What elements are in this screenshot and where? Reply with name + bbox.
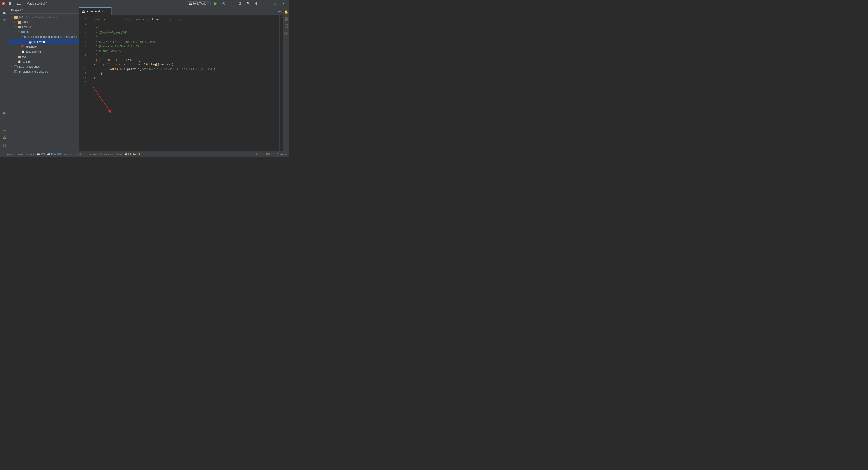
- code-line-3: /**: [94, 26, 279, 31]
- tree-gitignore[interactable]: 🚫 .gitignore: [9, 44, 79, 49]
- maximize-button[interactable]: □: [271, 0, 279, 7]
- line-ending-label: CRLF: [256, 153, 262, 155]
- code-line-6: * @author tony 18601767221@163.com: [94, 40, 279, 44]
- code-area-wrapper: 1 2 3 4 5 6 7 8 9 10 11 12 13 14 15: [79, 16, 283, 151]
- tool2-button[interactable]: ↓: [1, 125, 8, 133]
- tab-close-button[interactable]: ✕: [107, 10, 109, 13]
- run-config-badge[interactable]: ☕ HelloWorld ▾: [187, 1, 211, 6]
- bookmark-button[interactable]: [1, 142, 8, 149]
- editor-tabs: ☕ HelloWorld.java ✕ ⋯: [79, 7, 283, 16]
- run-panel-button[interactable]: ▶: [1, 109, 8, 116]
- run-gutter-11[interactable]: ▶: [94, 62, 95, 67]
- tree-out[interactable]: ▸ out: [9, 54, 79, 59]
- svg-text:J: J: [2, 2, 4, 5]
- svg-rect-9: [4, 20, 5, 22]
- hamburger-menu[interactable]: ☰: [7, 1, 13, 6]
- structure-button[interactable]: [283, 31, 289, 36]
- layers-button[interactable]: [1, 17, 8, 24]
- statusbar-indent[interactable]: 4 spaces: [276, 153, 287, 155]
- code-line-9: */: [94, 53, 279, 58]
- project-panel-button[interactable]: [1, 9, 8, 16]
- line-num-12: 12: [79, 67, 88, 71]
- tree-package[interactable]: ▾ net.ittimeline.java.core.foundational.…: [9, 34, 79, 39]
- notifications-button[interactable]: 🔔: [283, 9, 289, 14]
- left-icon-bar-bottom: ▶ ↓ !: [1, 109, 8, 149]
- code-line-13: }: [94, 71, 279, 76]
- svg-rect-11: [3, 120, 6, 120]
- line-num-13: 13: [79, 71, 88, 76]
- tool1-button[interactable]: [1, 117, 8, 125]
- debug-button[interactable]: [221, 0, 227, 7]
- svg-rect-5: [3, 11, 6, 12]
- line-num-5: 5: [79, 35, 88, 40]
- code-editor[interactable]: 1 2 3 4 5 6 7 8 9 10 11 12 13 14 15: [79, 16, 283, 151]
- line-num-9: 9: [79, 53, 88, 58]
- statusbar-encoding[interactable]: UTF-8: [265, 153, 274, 155]
- bookmark2-button[interactable]: [283, 24, 289, 29]
- line-numbers: 1 2 3 4 5 6 7 8 9 10 11 12 13 14 15: [79, 16, 90, 151]
- right-gutter: ✔: [279, 16, 283, 151]
- code-line-8: * @since Java17: [94, 49, 279, 53]
- warning-button[interactable]: !: [1, 134, 8, 141]
- tab-helloworld[interactable]: ☕ HelloWorld.java ✕: [79, 7, 112, 15]
- titlebar: J ☰ java ˅ Version control ˅ ☕ HelloWorl…: [0, 0, 289, 7]
- sidebar-tree: ▾ java D:\projects\java\ittimeline\java …: [9, 13, 79, 151]
- code-line-7: * @version 2023/7/4 13:32: [94, 44, 279, 49]
- root-label: java: [19, 16, 24, 19]
- tree-java-iml[interactable]: 📋 java.iml: [9, 59, 79, 64]
- line-num-14: 14: [79, 76, 88, 81]
- svg-rect-38: [285, 34, 286, 35]
- root-path: D:\projects\java\ittimeline\java: [25, 16, 58, 18]
- far-right-strip: 🔔: [283, 7, 289, 151]
- settings-button[interactable]: ⚙: [253, 0, 259, 7]
- tree-root[interactable]: ▾ java D:\projects\java\ittimeline\java: [9, 14, 79, 20]
- svg-rect-6: [3, 12, 5, 13]
- java-iml-icon: 📋: [18, 60, 21, 63]
- svg-rect-36: [285, 32, 286, 33]
- tree-scratches[interactable]: Scratches and Consoles: [9, 69, 79, 74]
- project-menu[interactable]: java ˅: [14, 1, 25, 6]
- code-line-12: System.out.println("Windows11 & Java17 &…: [94, 67, 279, 71]
- svg-point-3: [223, 3, 224, 4]
- line-num-6: 6: [79, 40, 88, 44]
- profile-button[interactable]: [237, 0, 243, 7]
- statusbar-line-ending[interactable]: CRLF: [255, 153, 264, 155]
- svg-rect-10: [3, 121, 6, 121]
- gutter-check: ✔: [280, 16, 282, 19]
- tab-label: HelloWorld.java: [87, 10, 105, 13]
- svg-rect-21: [18, 26, 19, 27]
- tree-external-libs[interactable]: ▸ External Libraries: [9, 64, 79, 69]
- close-button[interactable]: ✕: [279, 0, 287, 7]
- line-num-10: 10: [79, 58, 88, 62]
- more-tools-button[interactable]: ⋯: [1, 25, 8, 33]
- left-icon-bar-top: ⋯: [1, 9, 8, 33]
- svg-point-4: [239, 2, 241, 4]
- code-content[interactable]: package net.ittimeline.java.core.foundat…: [90, 16, 279, 151]
- sidebar-header: Project ˅: [9, 7, 79, 13]
- tab-more-button[interactable]: ⋯: [276, 8, 283, 14]
- scratches-label: Scratches and Consoles: [19, 70, 48, 73]
- tree-java-core-iml[interactable]: 📋 java-core.iml: [9, 49, 79, 54]
- run-gutter-10[interactable]: ▶: [94, 58, 95, 62]
- left-icon-bar: ⋯ ▶ ↓ !: [0, 7, 9, 151]
- search-button[interactable]: 🔍: [245, 0, 251, 7]
- svg-point-35: [285, 18, 287, 19]
- minimize-button[interactable]: ─: [263, 0, 271, 7]
- editor-area: ☕ HelloWorld.java ✕ ⋯: [79, 7, 283, 151]
- more-options-button[interactable]: ⋮: [229, 0, 235, 7]
- svg-rect-29: [15, 65, 17, 66]
- run-button[interactable]: ▶: [213, 0, 219, 7]
- code-line-4: * 我的第一个Java程序: [94, 31, 279, 35]
- database-button[interactable]: [283, 16, 289, 22]
- line-num-2: 2: [79, 22, 88, 26]
- app-logo: J: [2, 2, 5, 5]
- code-line-14: }: [94, 76, 279, 81]
- tree-java-core[interactable]: ▾ java-core: [9, 24, 79, 29]
- main-area: ⋯ ▶ ↓ !: [0, 7, 289, 151]
- tree-idea[interactable]: ▸ .idea: [9, 20, 79, 24]
- code-line-2: [94, 22, 279, 26]
- tree-helloworld[interactable]: ☕ HelloWorld: [9, 39, 79, 44]
- iml-icon: 📋: [21, 50, 25, 53]
- vcs-menu[interactable]: Version control ˅: [25, 1, 49, 6]
- tree-src[interactable]: ▾ src: [9, 29, 79, 34]
